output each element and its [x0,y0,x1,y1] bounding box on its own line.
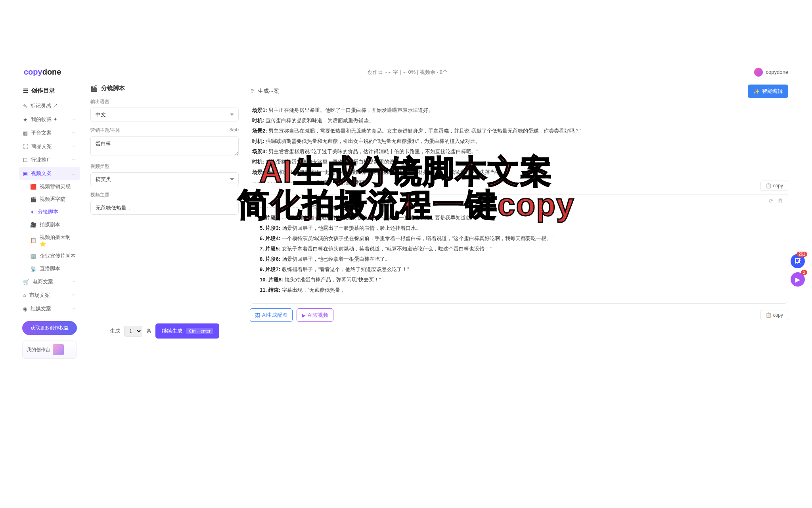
video-icon: ▣ [23,171,28,177]
sidebar-item-industry[interactable]: ☐行业推广﹀ [19,153,80,167]
badge-count: 2 [801,270,807,275]
sidebar-title: ☰创作目录 [19,85,80,97]
sidebar-item-mark[interactable]: ✎标记灵感 ↗ [19,99,80,113]
briefcase-icon: ☐ [23,157,28,163]
form-panel: 🎬分镜脚本 输出语言 中文 营销主题/主体3/50 蛋白棒 视频类型 搞笑类 视… [83,81,246,367]
theme-label: 视频主题 [90,192,239,198]
delete-icon[interactable]: 🗑 [778,198,783,204]
sidebar-item-platform[interactable]: ▦平台文案﹀ [19,126,80,140]
output-result-2: ···································师说，"看… [257,201,781,297]
theme-input[interactable] [90,201,239,215]
box-icon: ⛶ [23,144,28,150]
sub-storyboard[interactable]: ✴分镜脚本 [26,206,80,218]
clapper-icon: ✴ [30,209,34,215]
sub-video-inspire[interactable]: 🟥视频营销灵感 [26,180,80,193]
sidebar: ☰创作目录 ✎标记灵感 ↗ ★我的收藏 ✦﹀ ▦平台文案﹀ ⛶商品文案﹀ ☐行业… [16,81,83,367]
image-icon: 🖼 [795,258,801,265]
output-title: 🗎生成···案 [250,88,279,95]
ai-video-button[interactable]: ▶AI短视频 [297,308,333,322]
chevron-down-icon: ﹀ [72,144,76,150]
broadcast-icon: 📡 [30,266,36,272]
sub-video-transcript[interactable]: 🎬视频逐字稿 [26,193,80,206]
lang-select[interactable]: 中文 [90,108,239,121]
topic-input[interactable]: 蛋白棒 [90,136,239,156]
user-menu[interactable]: copydone [754,68,788,77]
type-label: 视频类型 [90,163,239,170]
doc-icon: 🗎 [250,88,255,94]
copy-button-1[interactable]: 📋copy [760,181,788,191]
badge-count: 261 [797,252,807,257]
target-icon: ⌾ [23,292,26,298]
play-icon: ▶ [795,276,800,283]
sub-corporate[interactable]: 🏢企业宣传片脚本 [26,250,80,262]
play-icon: ▶ [302,312,306,318]
output-panel: 🗎生成···案 ✨智能编辑 场景1: 男主正在健身房里举重。他吃了一口蛋白棒，开… [246,81,796,367]
output-result-1: 场景1: 男主正在健身房里举重。他吃了一口蛋白棒，开始发嘬嘬声表示味道好。时机:… [250,104,788,189]
clipboard-icon: 📋 [30,237,36,243]
sidebar-item-market[interactable]: ⌾市场文案﹀ [19,289,80,302]
sub-livestream[interactable]: 📡直播脚本 [26,262,80,275]
image-icon: 🖼 [255,312,260,318]
sub-shoot-script[interactable]: 🎥拍摄剧本 [26,218,80,231]
grid-icon: ▦ [23,130,28,136]
ai-image-button[interactable]: 🖼AI生成配图 [250,308,293,322]
chevron-down-icon: ﹀ [72,292,76,298]
copy-icon: 📋 [766,183,772,189]
chevron-up-icon: ︿ [72,171,76,177]
form-title: 🎬分镜脚本 [90,85,239,92]
star-icon: ★ [23,117,28,123]
cart-icon: 🛒 [23,279,29,285]
bulb-icon: 🟥 [30,184,36,190]
chevron-down-icon: ﹀ [72,279,76,285]
copy-icon: 📋 [766,312,772,318]
avatar-icon [754,68,763,77]
chevron-down-icon: ﹀ [72,306,76,312]
gen-count-select[interactable]: 1 [124,326,142,337]
gen-unit: 条 [146,327,151,335]
sub-outline[interactable]: 📋视频拍摄大纲 ⭐ [26,231,80,250]
pen-icon: ✎ [23,103,27,109]
top-bar: copydone 创作日 ····· 字 | ··· 0% | 视频余 · 8个… [16,64,796,81]
username: copydone [766,69,788,75]
sidebar-item-video[interactable]: ▣视频文案︿ [19,167,80,180]
chevron-down-icon: ﹀ [72,117,76,123]
generate-button[interactable]: 继续生成Ctrl + enter [155,323,219,339]
workbench-button[interactable]: 我的创作台 [22,341,77,359]
camera-icon: 🎥 [30,222,36,228]
output-card-2: ⟳ 🗑 ···································师… [250,194,788,304]
keyboard-hint: Ctrl + enter [186,328,213,334]
float-badges: 🖼261 ▶2 [791,254,805,287]
chevron-down-icon: ﹀ [72,130,76,136]
film-icon: 🎬 [30,196,36,202]
lang-label: 输出语言 [90,98,239,105]
building-icon: 🏢 [30,253,36,259]
gen-label: 生成 [110,327,120,335]
refresh-icon[interactable]: ⟳ [769,198,774,204]
list-icon: ☰ [23,87,28,94]
top-usage: 创作日 ····· 字 | ··· 0% | 视频余 · 8个 [368,69,448,76]
card-tools: ⟳ 🗑 [769,198,783,204]
share-icon: ◉ [23,306,27,312]
sidebar-item-ecom[interactable]: 🛒电商文案﹀ [19,275,80,289]
float-video-button[interactable]: ▶2 [791,272,805,287]
sidebar-item-fav[interactable]: ★我的收藏 ✦﹀ [19,113,80,126]
chevron-down-icon: ﹀ [72,157,76,163]
type-select[interactable]: 搞笑类 [90,172,239,186]
clapper-icon: 🎬 [90,85,98,92]
workbench-icon [53,344,64,355]
generate-row: 生成 1 条 继续生成Ctrl + enter [90,323,239,339]
sidebar-submenu: 🟥视频营销灵感 🎬视频逐字稿 ✴分镜脚本 🎥拍摄剧本 📋视频拍摄大纲 ⭐ 🏢企业… [19,180,80,275]
topic-label: 营销主题/主体3/50 [90,127,239,134]
smart-edit-button[interactable]: ✨智能编辑 [748,85,788,98]
sparkle-icon: ✨ [753,89,760,94]
sidebar-item-product[interactable]: ⛶商品文案﹀ [19,140,80,153]
logo[interactable]: copydone [24,67,61,77]
copy-button-2[interactable]: 📋copy [760,310,788,320]
sidebar-item-social[interactable]: ◉社媒文案﹀ [19,302,80,316]
upgrade-button[interactable]: 获取更多创作权益 [22,321,77,335]
float-image-button[interactable]: 🖼261 [791,254,805,268]
